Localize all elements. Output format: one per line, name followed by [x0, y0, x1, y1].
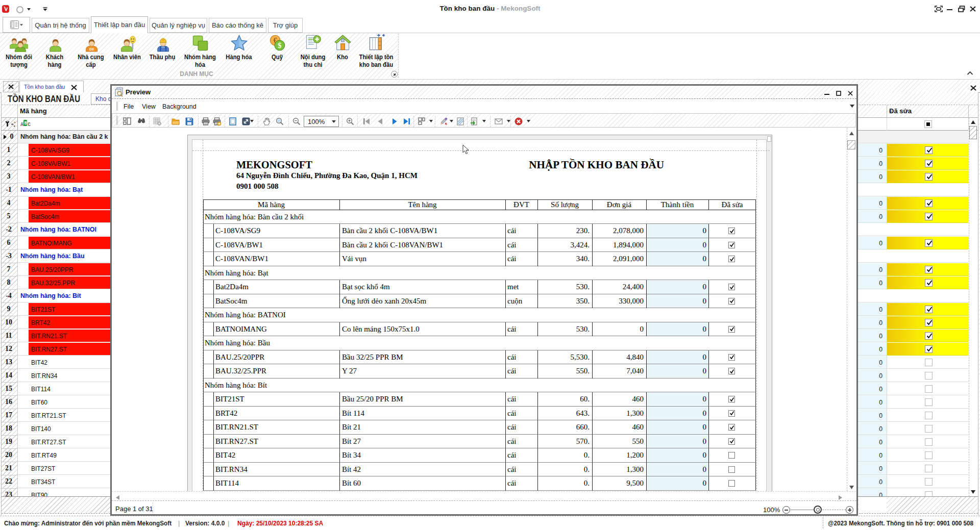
svg-text:DX: DX: [89, 47, 94, 51]
svg-text:$: $: [278, 41, 281, 49]
